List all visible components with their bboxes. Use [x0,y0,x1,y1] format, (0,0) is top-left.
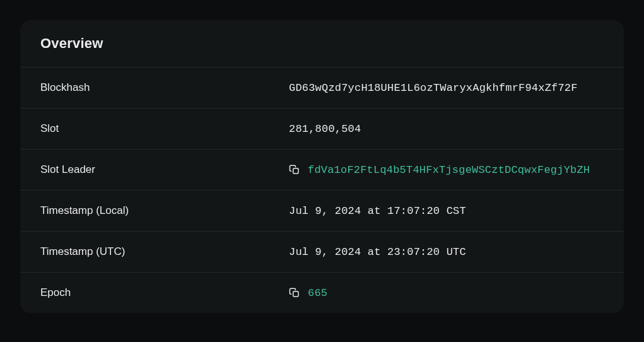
value-timestamp-local: Jul 9, 2024 at 17:07:20 CST [289,205,466,217]
row-slot: Slot 281,800,504 [20,109,624,150]
label-slot: Slot [40,122,289,135]
page-title: Overview [40,35,604,52]
label-blockhash: Blockhash [40,81,289,94]
value-epoch: 665 [289,287,327,299]
row-blockhash: Blockhash GD63wQzd7ycH18UHE1L6ozTWaryxAg… [20,68,624,109]
card-header: Overview [20,20,624,68]
row-epoch: Epoch 665 [20,273,624,313]
slot-text: 281,800,504 [289,123,361,135]
overview-card: Overview Blockhash GD63wQzd7ycH18UHE1L6o… [20,20,624,313]
label-timestamp-utc: Timestamp (UTC) [40,245,289,258]
label-epoch: Epoch [40,286,289,299]
value-blockhash: GD63wQzd7ycH18UHE1L6ozTWaryxAgkhfmrF94xZ… [289,82,578,94]
epoch-link[interactable]: 665 [308,287,327,299]
svg-rect-1 [293,292,298,297]
value-slot: 281,800,504 [289,123,361,135]
blockhash-text: GD63wQzd7ycH18UHE1L6ozTWaryxAgkhfmrF94xZ… [289,82,578,94]
row-timestamp-utc: Timestamp (UTC) Jul 9, 2024 at 23:07:20 … [20,232,624,273]
timestamp-local-text: Jul 9, 2024 at 17:07:20 CST [289,205,466,217]
svg-rect-0 [293,168,298,174]
timestamp-utc-text: Jul 9, 2024 at 23:07:20 UTC [289,246,466,258]
copy-icon[interactable] [289,287,300,298]
value-timestamp-utc: Jul 9, 2024 at 23:07:20 UTC [289,246,466,258]
value-slot-leader: fdVa1oF2FtLq4b5T4HFxTjsgeWSCztDCqwxFegjY… [289,164,590,176]
copy-icon[interactable] [289,164,300,175]
row-timestamp-local: Timestamp (Local) Jul 9, 2024 at 17:07:2… [20,191,624,232]
row-slot-leader: Slot Leader fdVa1oF2FtLq4b5T4HFxTjsgeWSC… [20,150,624,191]
slot-leader-link[interactable]: fdVa1oF2FtLq4b5T4HFxTjsgeWSCztDCqwxFegjY… [308,164,590,176]
label-slot-leader: Slot Leader [40,163,289,176]
label-timestamp-local: Timestamp (Local) [40,204,289,217]
